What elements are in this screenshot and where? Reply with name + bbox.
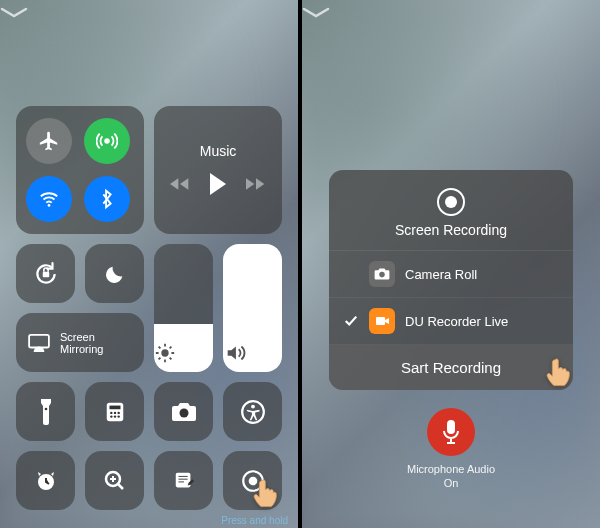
flashlight-button[interactable] [16,382,75,441]
screen-recording-popover-screenshot: Screen Recording Camera Roll DU Recorder… [302,0,600,528]
calculator-icon [104,401,126,423]
svg-rect-23 [376,317,385,325]
flashlight-icon [39,399,53,425]
control-center-panel: Music [0,96,298,526]
svg-point-22 [379,272,385,278]
alarm-icon [34,469,58,493]
screen-mirroring-icon [28,334,50,352]
screen-recording-popover: Screen Recording Camera Roll DU Recorder… [329,170,573,390]
start-recording-label: Sart Recording [401,359,501,376]
svg-point-0 [105,139,109,143]
bluetooth-toggle[interactable] [84,176,130,222]
svg-point-10 [117,411,119,413]
notes-icon [173,470,195,492]
wifi-toggle[interactable] [26,176,72,222]
airplane-icon [38,130,60,152]
rewind-icon[interactable] [170,177,190,191]
magnifier-icon [103,469,127,493]
popover-header: Screen Recording [329,170,573,251]
svg-point-13 [117,415,119,417]
connectivity-tile[interactable] [16,106,144,234]
destination-option-camera-roll[interactable]: Camera Roll [329,251,573,298]
svg-rect-7 [109,405,120,409]
microphone-icon [427,408,475,456]
camera-roll-icon [369,261,395,287]
magnifier-button[interactable] [85,451,144,510]
do-not-disturb-button[interactable] [85,244,144,303]
calculator-button[interactable] [85,382,144,441]
press-and-hold-hint: Press and hold [221,515,288,526]
volume-slider[interactable] [223,244,282,372]
pointer-hand-icon [250,476,284,510]
wifi-icon [38,188,60,210]
volume-icon [223,342,282,364]
chevron-down-icon[interactable] [0,0,298,20]
music-label: Music [200,143,237,159]
pointer-hand-icon [543,355,573,389]
start-recording-button[interactable]: Sart Recording [329,345,573,390]
svg-point-12 [113,415,115,417]
svg-point-9 [113,411,115,413]
screen-mirroring-label: Screen Mirroring [60,331,103,355]
check-icon [343,314,359,328]
du-recorder-icon [369,308,395,334]
popover-title: Screen Recording [395,222,507,238]
brightness-icon [154,342,213,364]
microphone-audio-toggle[interactable]: Microphone Audio On [302,408,600,491]
mic-label-line1: Microphone Audio [407,462,495,476]
accessibility-button[interactable] [223,382,282,441]
svg-point-5 [44,407,47,410]
cellular-icon [96,130,118,152]
record-icon [437,188,465,216]
option-label: DU Recorder Live [405,314,508,329]
chevron-down-icon[interactable] [302,0,600,20]
svg-point-4 [161,349,168,356]
control-center-screenshot: Music [0,0,298,528]
airplane-mode-toggle[interactable] [26,118,72,164]
brightness-slider[interactable] [154,244,213,372]
svg-point-16 [251,404,255,408]
svg-point-14 [179,408,188,417]
notes-button[interactable] [154,451,213,510]
svg-rect-3 [29,334,49,347]
bluetooth-icon [99,188,115,210]
mic-label-line2: On [407,476,495,490]
destination-option-du-recorder[interactable]: DU Recorder Live [329,298,573,345]
music-tile[interactable]: Music [154,106,282,234]
svg-point-1 [48,204,51,207]
accessibility-icon [240,399,266,425]
orientation-lock-button[interactable] [16,244,75,303]
svg-rect-24 [447,420,455,434]
screen-mirroring-button[interactable]: Screen Mirroring [16,313,144,372]
svg-point-11 [110,415,112,417]
option-label: Camera Roll [405,267,477,282]
orientation-lock-icon [33,261,59,287]
alarm-button[interactable] [16,451,75,510]
moon-icon [104,263,126,285]
svg-point-8 [110,411,112,413]
play-icon[interactable] [208,173,228,195]
forward-icon[interactable] [246,177,266,191]
camera-button[interactable] [154,382,213,441]
camera-icon [171,402,197,422]
cellular-data-toggle[interactable] [84,118,130,164]
svg-rect-2 [42,271,49,276]
